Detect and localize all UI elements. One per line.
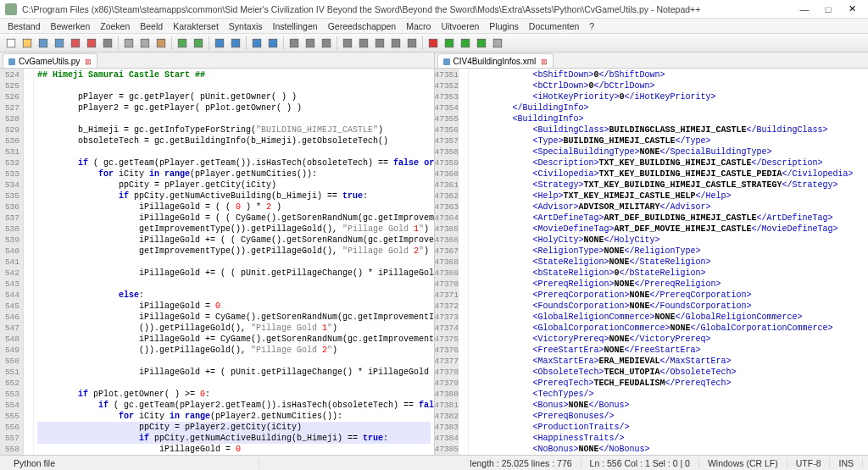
menu-karakterset[interactable]: Karakterset [169, 19, 223, 33]
save-button[interactable] [36, 36, 51, 51]
window-title: C:\Program Files (x86)\Steam\steamapps\c… [22, 4, 787, 14]
status-length: length : 25.025 lines : 776 [461, 458, 581, 468]
svg-rect-27 [477, 39, 486, 47]
folder-view-button[interactable] [388, 36, 403, 51]
status-eol: Windows (CR LF) [699, 458, 787, 468]
play-multi-button[interactable] [474, 36, 489, 51]
menu-beeld[interactable]: Beeld [136, 19, 167, 33]
save-all-button[interactable] [52, 36, 67, 51]
statusbar: Python file length : 25.025 lines : 776 … [0, 455, 868, 470]
menu-syntaxis[interactable]: Syntaxis [225, 19, 267, 33]
menu-zoeken[interactable]: Zoeken [96, 19, 134, 33]
replace-button[interactable] [228, 36, 243, 51]
play-macro-button[interactable] [442, 36, 457, 51]
svg-rect-12 [215, 39, 224, 47]
status-position: Ln : 556 Col : 1 Sel : 0 | 0 [581, 458, 699, 468]
menu-documenten[interactable]: Documenten [525, 19, 584, 33]
titlebar: C:\Program Files (x86)\Steam\steamapps\c… [0, 0, 868, 19]
menu-gereedschappen[interactable]: Gereedschappen [324, 19, 401, 33]
svg-rect-4 [71, 39, 80, 47]
fold-margin[interactable] [459, 69, 469, 455]
menu-plugins[interactable]: Plugins [485, 19, 522, 33]
find-button[interactable] [212, 36, 227, 51]
record-macro-button[interactable] [426, 36, 441, 51]
right-gutter: 47351 47352 47353 47354 47355 47356 4735… [435, 69, 459, 455]
svg-rect-18 [322, 39, 331, 47]
status-insert-mode: INS [830, 458, 863, 468]
tab-label: CvGameUtils.py [19, 57, 80, 66]
svg-rect-3 [55, 39, 64, 47]
left-code[interactable]: ## Himeji Samurai Castle Start ## pPlaye… [34, 69, 434, 455]
svg-rect-17 [306, 39, 314, 47]
svg-rect-8 [141, 39, 149, 47]
svg-rect-0 [7, 39, 15, 47]
close-tab-icon[interactable]: ⊠ [541, 58, 548, 66]
svg-rect-19 [343, 39, 352, 47]
file-icon [443, 58, 450, 65]
svg-rect-23 [408, 39, 416, 47]
menu-bestand[interactable]: Bestand [3, 19, 45, 33]
tab-right-file[interactable]: CIV4BuildingInfos.xml ⊠ [437, 53, 554, 68]
stop-button[interactable] [490, 36, 505, 51]
word-wrap-button[interactable] [287, 36, 302, 51]
svg-rect-28 [493, 39, 502, 47]
svg-rect-20 [359, 39, 368, 47]
show-all-chars-button[interactable] [303, 36, 318, 51]
left-tabbar: CvGameUtils.py ⊠ [0, 53, 434, 69]
right-pane: CIV4BuildingInfos.xml ⊠ 47351 47352 4735… [435, 53, 869, 455]
close-tab-icon[interactable]: ⊠ [85, 58, 92, 66]
svg-rect-25 [445, 39, 453, 47]
undo-button[interactable] [175, 36, 190, 51]
menu-instellingen[interactable]: Instellingen [269, 19, 322, 33]
minimize-button[interactable]: — [793, 3, 815, 16]
file-icon [8, 58, 15, 65]
cut-button[interactable] [121, 36, 136, 51]
svg-rect-16 [290, 39, 298, 47]
svg-rect-26 [461, 39, 470, 47]
monitor-button[interactable] [404, 36, 420, 51]
open-file-button[interactable] [19, 36, 35, 51]
left-pane: CvGameUtils.py ⊠ 524 525 526 527 528 529… [0, 53, 435, 455]
maximize-button[interactable]: □ [817, 3, 839, 16]
menubar: BestandBewerkenZoekenBeeldKaraktersetSyn… [0, 19, 868, 34]
new-file-button[interactable] [3, 36, 19, 51]
menu-bewerken[interactable]: Bewerken [47, 19, 95, 33]
right-code[interactable]: <bShiftDown>0</bShiftDown> <bCtrlDown>0<… [469, 69, 869, 455]
svg-rect-11 [194, 39, 203, 47]
app-icon [5, 3, 17, 15]
doc-map-button[interactable] [356, 36, 371, 51]
tab-left-file[interactable]: CvGameUtils.py ⊠ [3, 53, 97, 68]
svg-rect-24 [429, 39, 437, 47]
close-button[interactable] [68, 36, 83, 51]
menu-uitvoeren[interactable]: Uitvoeren [437, 19, 483, 33]
indent-guide-button[interactable] [319, 36, 334, 51]
close-button[interactable]: ✕ [841, 3, 863, 16]
run-button[interactable] [458, 36, 473, 51]
svg-rect-6 [103, 39, 112, 47]
svg-rect-2 [39, 39, 47, 47]
fold-margin[interactable] [24, 69, 34, 455]
func-list-button[interactable] [372, 36, 387, 51]
zoom-in-button[interactable] [249, 36, 264, 51]
left-editor[interactable]: 524 525 526 527 528 529 530 531 532 533 … [0, 69, 434, 455]
status-filetype: Python file [5, 458, 259, 468]
copy-button[interactable] [137, 36, 153, 51]
svg-rect-14 [253, 39, 261, 47]
right-tabbar: CIV4BuildingInfos.xml ⊠ [435, 53, 869, 69]
print-button[interactable] [100, 36, 115, 51]
zoom-out-button[interactable] [265, 36, 281, 51]
paste-button[interactable] [153, 36, 169, 51]
menu-?[interactable]: ? [585, 19, 598, 33]
lang-button[interactable] [340, 36, 355, 51]
svg-rect-5 [87, 39, 96, 47]
left-gutter: 524 525 526 527 528 529 530 531 532 533 … [0, 69, 24, 455]
svg-rect-9 [157, 39, 165, 47]
right-editor[interactable]: 47351 47352 47353 47354 47355 47356 4735… [435, 69, 869, 455]
menu-macro[interactable]: Macro [402, 19, 435, 33]
status-encoding: UTF-8 [787, 458, 831, 468]
workspace: CvGameUtils.py ⊠ 524 525 526 527 528 529… [0, 53, 868, 455]
close-all-button[interactable] [84, 36, 99, 51]
svg-rect-15 [269, 39, 277, 47]
svg-rect-7 [125, 39, 133, 47]
redo-button[interactable] [191, 36, 206, 51]
